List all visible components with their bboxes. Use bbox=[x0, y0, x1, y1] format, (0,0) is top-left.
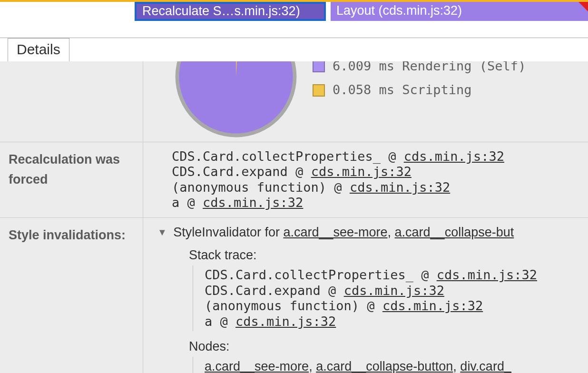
details-tab-strip: Details bbox=[0, 38, 588, 61]
invalidator-tree-item[interactable]: ▼ StyleInvalidator for a.card__see-more,… bbox=[157, 225, 584, 240]
stack-frame: CDS.Card.collectProperties_ @ cds.min.js… bbox=[172, 149, 584, 164]
style-invalidations-value: ▼ StyleInvalidator for a.card__see-more,… bbox=[143, 218, 588, 373]
source-link[interactable]: cds.min.js:32 bbox=[235, 314, 336, 329]
stack-frame: (anonymous function) @ cds.min.js:32 bbox=[205, 298, 584, 314]
aggregated-time-row: 6.009 ms Rendering (Self) 0.058 ms Scrip… bbox=[0, 61, 588, 142]
stack-frame: CDS.Card.expand @ cds.min.js:32 bbox=[205, 283, 584, 298]
stack-frame: CDS.Card.collectProperties_ @ cds.min.js… bbox=[205, 267, 584, 283]
stack-frame: a @ cds.min.js:32 bbox=[172, 195, 584, 210]
style-invalidations-label: Style invalidations: bbox=[0, 218, 143, 373]
source-link[interactable]: cds.min.js:32 bbox=[203, 195, 303, 210]
recalculation-forced-row: Recalculation was forced CDS.Card.collec… bbox=[0, 142, 588, 218]
details-panel: 6.009 ms Rendering (Self) 0.058 ms Scrip… bbox=[0, 61, 588, 373]
stack-frame: (anonymous function) @ cds.min.js:32 bbox=[172, 180, 584, 195]
node-link[interactable]: div.card_ bbox=[460, 359, 511, 373]
warning-triangle-icon bbox=[578, 2, 588, 11]
stack-frame: a @ cds.min.js:32 bbox=[205, 314, 584, 329]
flamechart-row[interactable]: Recalculate S…s.min.js:32) Layout (cds.m… bbox=[0, 0, 588, 21]
legend-rendering-text: 6.009 ms Rendering (Self) bbox=[333, 61, 526, 74]
style-invalidations-row: Style invalidations: ▼ StyleInvalidator … bbox=[0, 218, 588, 373]
legend-scripting-text: 0.058 ms Scripting bbox=[333, 82, 472, 98]
time-pie-chart bbox=[172, 61, 300, 138]
stack-trace-heading: Stack trace: bbox=[189, 247, 584, 263]
recalculation-forced-stack: CDS.Card.collectProperties_ @ cds.min.js… bbox=[143, 142, 588, 217]
source-link[interactable]: cds.min.js:32 bbox=[311, 164, 412, 179]
node-link[interactable]: a.card__collapse-button bbox=[316, 359, 453, 373]
stack-frame: CDS.Card.expand @ cds.min.js:32 bbox=[172, 164, 584, 179]
flame-bar-layout[interactable]: Layout (cds.min.js:32) bbox=[331, 2, 588, 21]
nodes-block: a.card__see-more, a.card__collapse-butto… bbox=[193, 357, 584, 373]
tab-details[interactable]: Details bbox=[8, 38, 69, 61]
selector-link[interactable]: a.card__see-more bbox=[283, 225, 387, 239]
node-link[interactable]: a.card__see-more bbox=[205, 359, 309, 373]
swatch-rendering-icon bbox=[313, 61, 325, 72]
source-link[interactable]: cds.min.js:32 bbox=[404, 149, 504, 164]
aggregated-time-label bbox=[0, 61, 143, 142]
chevron-down-icon[interactable]: ▼ bbox=[157, 226, 167, 238]
source-link[interactable]: cds.min.js:32 bbox=[437, 267, 537, 282]
spacer bbox=[0, 21, 588, 38]
source-link[interactable]: cds.min.js:32 bbox=[344, 283, 444, 298]
flame-bar-recalculate-style[interactable]: Recalculate S…s.min.js:32) bbox=[135, 2, 326, 21]
nodes-heading: Nodes: bbox=[189, 339, 584, 354]
swatch-scripting-icon bbox=[313, 84, 325, 97]
recalculation-forced-label: Recalculation was forced bbox=[0, 142, 143, 217]
source-link[interactable]: cds.min.js:32 bbox=[382, 298, 483, 313]
selector-link[interactable]: a.card__collapse-but bbox=[395, 225, 514, 239]
stack-trace-block: CDS.Card.collectProperties_ @ cds.min.js… bbox=[193, 265, 584, 331]
legend-rendering: 6.009 ms Rendering (Self) bbox=[313, 61, 584, 74]
source-link[interactable]: cds.min.js:32 bbox=[350, 180, 450, 195]
legend-scripting: 0.058 ms Scripting bbox=[313, 82, 584, 98]
